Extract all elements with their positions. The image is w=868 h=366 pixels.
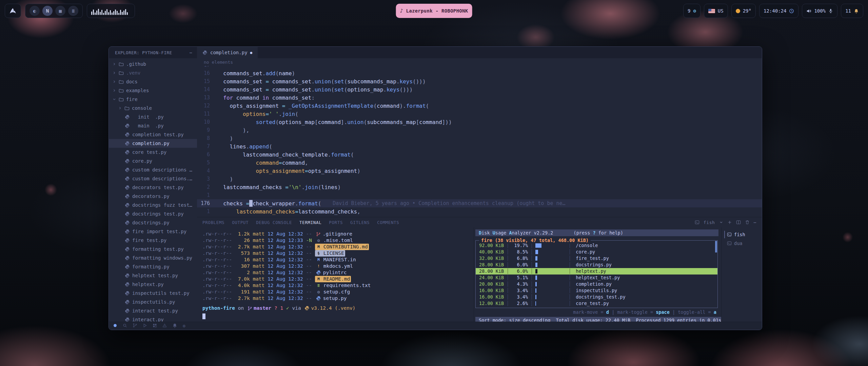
python-icon (125, 203, 130, 208)
tree-item[interactable]: fire (109, 95, 197, 104)
weather-widget[interactable]: 29° (731, 4, 756, 18)
media-player-widget[interactable]: ♪ Lazerpunk - ROBOPHONK (396, 4, 472, 18)
gear-statusbar-icon[interactable]: ⚙ (183, 323, 185, 328)
panel-tab-comments[interactable]: COMMENTS (377, 220, 399, 225)
tree-item[interactable]: examples (109, 86, 197, 95)
dua-row[interactable]: 16.00 KiB│3.4%││docstrings_test.py (476, 294, 717, 300)
tree-item[interactable]: custom_descriptions.py (109, 174, 197, 183)
tree-item[interactable]: core_test.py (109, 148, 197, 157)
tree-item[interactable]: .venv (109, 68, 197, 77)
tree-item[interactable]: docstrings_fuzz_test.py (109, 201, 197, 209)
tree-item[interactable]: fire_import_test.py (109, 227, 197, 236)
tree-item[interactable]: completion_test.py (109, 130, 197, 139)
tree-item[interactable]: inspectutils.py (109, 298, 197, 306)
entry-name: helptext.py (573, 268, 606, 274)
tree-item[interactable]: docstrings.py (109, 218, 197, 227)
entry-size: 24.00 KiB (479, 274, 504, 281)
tree-item[interactable]: formatting.py (109, 262, 197, 271)
folder-icon (119, 62, 124, 67)
workspace-button[interactable]: N (42, 6, 53, 16)
dua-row[interactable]: 32.00 KiB│6.8%││fire_test.py (476, 255, 717, 262)
play-statusbar-icon[interactable] (143, 323, 147, 329)
file-name: §LICENSE (315, 250, 345, 257)
tree-item[interactable]: docs (109, 77, 197, 86)
profile-chevron-down-icon[interactable] (719, 220, 723, 224)
panel-tab-output[interactable]: OUTPUT (232, 220, 249, 225)
file-size: 2 (235, 269, 250, 276)
weather-sun-icon (736, 9, 740, 13)
explorer-menu-icon[interactable]: ⋯ (190, 50, 192, 55)
panel-tab-debug-console[interactable]: DEBUG CONSOLE (256, 220, 292, 225)
notifications-widget[interactable]: 11 (841, 4, 863, 18)
panel-tab-problems[interactable]: PROBLEMS (202, 220, 224, 225)
updates-widget[interactable]: 9 ⚙ (683, 4, 701, 18)
separator: │ (566, 249, 573, 255)
terminal-pane-dua[interactable]: Disk Usage Analyzer v2.29.2(press ? for … (474, 227, 721, 322)
tree-item[interactable]: core.py (109, 157, 197, 165)
panel-more-actions-button[interactable]: ⋯ (754, 220, 756, 225)
panel-tab-gitlens[interactable]: GITLENS (350, 220, 370, 225)
terminal-profile-label[interactable]: fish (704, 220, 715, 225)
warn-statusbar-icon[interactable] (162, 323, 167, 329)
tree-item[interactable]: formatting_windows.py (109, 253, 197, 262)
tree-item[interactable]: console (109, 104, 197, 113)
workspace-button[interactable]: ▦ (55, 6, 65, 16)
python-file-icon (202, 50, 208, 55)
terminal-file-row: .rw-r--r--7.0kmatt12 Aug 12:32--MREADME.… (202, 276, 471, 282)
tree-item[interactable]: custom_descriptions_test.py (109, 165, 197, 174)
tree-item-label: completion.py (132, 141, 170, 146)
tree-item[interactable]: .github (109, 60, 197, 68)
dua-row[interactable]: 20.00 KiB│4.3%││completion.py (476, 281, 717, 287)
launcher-button[interactable] (5, 4, 21, 18)
status-bar: ⚙ (109, 322, 762, 330)
workspace-button[interactable]: ≣ (68, 6, 78, 16)
git-blame-annotation: David Bieber, 5 years ago • Completion e… (333, 200, 565, 206)
tree-item[interactable]: __main__.py (109, 121, 197, 130)
tree-item[interactable]: interact_test.py (109, 306, 197, 315)
panel-tab-terminal[interactable]: TERMINAL (299, 220, 321, 225)
code-editor[interactable]: 17 """16 commands_set.add(name)15 comman… (197, 66, 762, 217)
tree-item[interactable]: formatting_test.py (109, 245, 197, 253)
tree-item[interactable]: decorators.py (109, 192, 197, 201)
dua-row[interactable]: 28.00 KiB│6.0%││helptext.py (476, 268, 717, 274)
tree-item[interactable]: docstrings_test.py (109, 209, 197, 218)
git-branch-statusbar-icon[interactable] (133, 323, 137, 329)
tree-item[interactable]: helptext.py (109, 280, 197, 289)
terminal-session-fish[interactable]: fish (724, 231, 762, 238)
workspace-button[interactable]: ◐ (29, 6, 40, 16)
dua-scrollbar[interactable] (715, 241, 717, 252)
tree-item[interactable]: completion.py (109, 139, 197, 148)
tree-item[interactable]: decorators_test.py (109, 183, 197, 192)
new-terminal-button[interactable] (727, 220, 732, 225)
tree-item[interactable]: __init__.py (109, 113, 197, 121)
audio-widget[interactable]: 100% (802, 4, 837, 18)
git-status: -- (306, 276, 315, 282)
tree-item[interactable]: interact.py (109, 315, 197, 322)
tab-completion-py[interactable]: completion.py ● (197, 47, 258, 58)
tree-item-label: docstrings_test.py (132, 211, 184, 217)
remote-statusbar-icon[interactable] (113, 323, 117, 329)
code-line: 176 checks = check_wrapper.format(David … (197, 199, 762, 207)
dua-row[interactable]: 28.00 KiB│6.0%││docstrings.py (476, 262, 717, 268)
terminal-session-dua[interactable]: dua (724, 240, 762, 247)
keyboard-layout-widget[interactable]: US (704, 4, 728, 18)
kill-terminal-button[interactable] (745, 220, 750, 225)
terminal-pane-fish[interactable]: .rw-r--r--1.2kmatt12 Aug 12:32--.gitigno… (197, 227, 474, 322)
dua-row[interactable]: 16.00 KiB│3.4%││inspectutils.py (476, 287, 717, 294)
tree-item[interactable]: helptext_test.py (109, 271, 197, 280)
bell-statusbar-icon[interactable] (172, 323, 177, 329)
clock-widget[interactable]: 12:40:24 (759, 4, 798, 18)
search-statusbar-icon[interactable] (123, 323, 127, 329)
dua-row[interactable]: 40.00 KiB│8.5%││core.py (476, 249, 717, 255)
file-date: 12 Aug 12:32 (268, 276, 306, 282)
file-name: MCONTRIBUTING.md (315, 244, 369, 250)
tree-item[interactable]: fire_test.py (109, 236, 197, 245)
dua-row[interactable]: 24.00 KiB│5.1%││helptext_test.py (476, 274, 717, 281)
tree-item[interactable]: inspectutils_test.py (109, 289, 197, 298)
split-terminal-button[interactable] (736, 220, 741, 225)
python-icon (304, 306, 310, 311)
panel-tab-ports[interactable]: PORTS (329, 220, 343, 225)
grid-statusbar-icon[interactable] (153, 323, 157, 329)
dua-row[interactable]: 12.00 KiB│2.6%││core_test.py (476, 300, 717, 307)
file-date: 12 Aug 12:32 (268, 231, 306, 237)
